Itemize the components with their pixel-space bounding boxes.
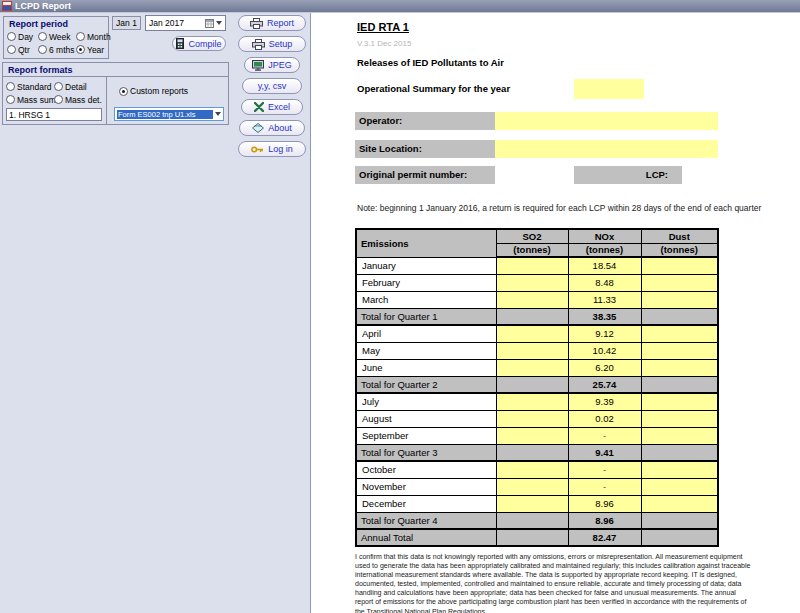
radio-format-standard[interactable]: Standard bbox=[6, 80, 54, 93]
row-label: August bbox=[356, 410, 496, 427]
so2-cell[interactable] bbox=[496, 274, 568, 291]
custom-report-file: Form ES002 tnp U1.xls bbox=[117, 110, 213, 119]
so2-cell[interactable] bbox=[496, 291, 568, 308]
radio-label: Detail bbox=[65, 82, 87, 92]
row-label: April bbox=[356, 325, 496, 342]
radio-period-day[interactable]: Day bbox=[7, 30, 38, 43]
nox-cell[interactable]: 6.20 bbox=[568, 359, 641, 376]
nox-cell[interactable]: 18.54 bbox=[568, 257, 641, 274]
radio-label: Day bbox=[18, 32, 33, 42]
so2-cell[interactable] bbox=[496, 325, 568, 342]
button-log-in[interactable]: Log in bbox=[238, 141, 306, 157]
dust-cell[interactable] bbox=[641, 478, 718, 495]
dust-cell[interactable] bbox=[641, 342, 718, 359]
radio-label: Year bbox=[87, 45, 104, 55]
radio-label: Custom reports bbox=[130, 86, 188, 96]
key-icon bbox=[251, 145, 264, 154]
unit-field[interactable] bbox=[6, 108, 102, 121]
nox-cell[interactable]: 0.02 bbox=[568, 410, 641, 427]
dust-cell[interactable] bbox=[641, 427, 718, 444]
so2-cell[interactable] bbox=[496, 478, 568, 495]
row-label: May bbox=[356, 342, 496, 359]
radio-label: Qtr bbox=[18, 45, 30, 55]
nox-cell[interactable]: 9.39 bbox=[568, 393, 641, 410]
diamond-icon bbox=[252, 123, 264, 133]
report-period-group: Report period DayWeekMonthQtr6 mthsYear bbox=[3, 16, 109, 59]
dust-cell[interactable] bbox=[641, 393, 718, 410]
button-report[interactable]: Report bbox=[238, 15, 306, 31]
so2-cell[interactable] bbox=[496, 427, 568, 444]
chevron-down-icon[interactable] bbox=[215, 112, 221, 116]
row-label: December bbox=[356, 495, 496, 512]
dust-cell[interactable] bbox=[641, 410, 718, 427]
radio-period-year[interactable]: Year bbox=[76, 43, 111, 56]
dust-cell[interactable] bbox=[641, 461, 718, 478]
so2-cell[interactable] bbox=[496, 257, 568, 274]
nox-cell[interactable]: - bbox=[568, 427, 641, 444]
month-row: February8.48 bbox=[356, 274, 718, 291]
so2-cell[interactable] bbox=[496, 461, 568, 478]
nox-cell[interactable]: 11.33 bbox=[568, 291, 641, 308]
dust-cell[interactable] bbox=[641, 291, 718, 308]
so2-cell[interactable] bbox=[496, 393, 568, 410]
dust-cell bbox=[641, 529, 718, 546]
button-setup[interactable]: Setup bbox=[238, 36, 306, 52]
row-label: November bbox=[356, 478, 496, 495]
so2-cell[interactable] bbox=[496, 495, 568, 512]
radio-format-mass-sum[interactable]: Mass sum bbox=[6, 93, 54, 106]
row-label: Total for Quarter 3 bbox=[356, 444, 496, 461]
button-about[interactable]: About bbox=[239, 120, 305, 136]
dust-cell[interactable] bbox=[641, 325, 718, 342]
emissions-table: Emissions SO2 NOx Dust (tonnes) (tonnes)… bbox=[355, 228, 719, 547]
total-row: Annual Total82.47 bbox=[356, 529, 718, 546]
site-location-field[interactable] bbox=[495, 140, 718, 158]
radio-icon bbox=[76, 45, 85, 54]
date-picker[interactable]: Jan 2017 bbox=[145, 15, 226, 31]
so2-cell[interactable] bbox=[496, 359, 568, 376]
so2-cell[interactable] bbox=[496, 410, 568, 427]
printer-icon bbox=[250, 18, 263, 29]
so2-header: SO2 bbox=[496, 229, 568, 243]
nox-cell[interactable]: 9.12 bbox=[568, 325, 641, 342]
nox-unit: (tonnes) bbox=[568, 243, 641, 257]
radio-period-6-mths[interactable]: 6 mths bbox=[38, 43, 76, 56]
compile-button[interactable]: Compile bbox=[172, 36, 226, 51]
radio-icon bbox=[6, 82, 15, 91]
total-row: Total for Quarter 48.96 bbox=[356, 512, 718, 529]
operator-field[interactable] bbox=[495, 112, 718, 130]
report-subtitle: Releases of IED Pollutants to Air bbox=[357, 57, 504, 68]
dust-cell[interactable] bbox=[641, 359, 718, 376]
nox-cell[interactable]: 8.96 bbox=[568, 495, 641, 512]
dust-cell[interactable] bbox=[641, 257, 718, 274]
button-excel[interactable]: Excel bbox=[241, 99, 303, 115]
control-panel: Report period DayWeekMonthQtr6 mthsYear … bbox=[0, 13, 311, 613]
button-jpeg[interactable]: JPEG bbox=[244, 57, 300, 73]
radio-icon bbox=[38, 45, 47, 54]
so2-cell[interactable] bbox=[496, 342, 568, 359]
nox-cell[interactable]: 8.48 bbox=[568, 274, 641, 291]
row-label: January bbox=[356, 257, 496, 274]
nox-cell[interactable]: - bbox=[568, 461, 641, 478]
radio-period-qtr[interactable]: Qtr bbox=[7, 43, 38, 56]
radio-custom-reports[interactable]: Custom reports bbox=[119, 86, 188, 96]
button-y-y-csv[interactable]: y,y, csv bbox=[242, 78, 302, 94]
app-icon bbox=[2, 1, 12, 11]
custom-report-select[interactable]: Form ES002 tnp U1.xls bbox=[114, 107, 224, 121]
calculator-icon bbox=[176, 38, 184, 49]
button-label: Log in bbox=[268, 144, 293, 154]
radio-period-month[interactable]: Month bbox=[76, 30, 111, 43]
radio-format-mass-det[interactable]: Mass det. bbox=[54, 93, 106, 106]
chevron-down-icon[interactable] bbox=[216, 21, 222, 25]
radio-icon bbox=[119, 87, 128, 96]
summary-year-field[interactable] bbox=[574, 79, 644, 99]
dust-cell[interactable] bbox=[641, 274, 718, 291]
radio-period-week[interactable]: Week bbox=[38, 30, 76, 43]
nox-cell[interactable]: 10.42 bbox=[568, 342, 641, 359]
nox-cell[interactable]: - bbox=[568, 478, 641, 495]
month-row: October- bbox=[356, 461, 718, 478]
radio-icon bbox=[7, 45, 16, 54]
row-label: Annual Total bbox=[356, 529, 496, 546]
dust-cell[interactable] bbox=[641, 495, 718, 512]
radio-format-detail[interactable]: Detail bbox=[54, 80, 106, 93]
row-label: Total for Quarter 4 bbox=[356, 512, 496, 529]
